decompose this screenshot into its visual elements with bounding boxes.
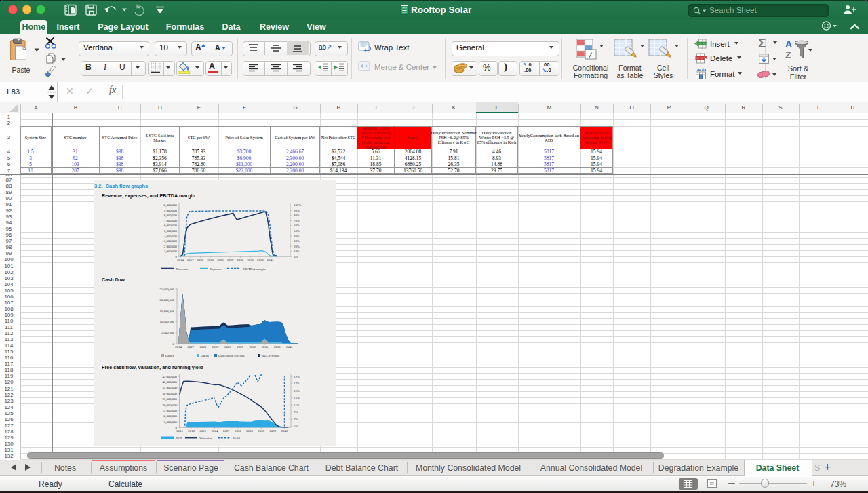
svg-text:2038: 2038 — [257, 258, 264, 262]
svg-text:2014: 2014 — [177, 258, 184, 262]
svg-text:15%: 15% — [294, 389, 300, 393]
svg-text:40%: 40% — [294, 235, 300, 238]
svg-text:2026: 2026 — [224, 345, 231, 349]
svg-text:2029: 2029 — [227, 258, 234, 262]
svg-text:25,000,000: 25,000,000 — [159, 288, 174, 292]
svg-text:20,000,000: 20,000,000 — [162, 403, 177, 408]
svg-text:2036: 2036 — [258, 429, 264, 433]
svg-text:5,000,000: 5,000,000 — [164, 229, 178, 233]
svg-text:9,000,000: 9,000,000 — [164, 209, 178, 213]
svg-text:2017: 2017 — [187, 345, 194, 349]
svg-text:4,000,000: 4,000,000 — [164, 235, 178, 239]
svg-text:7,000,000: 7,000,000 — [164, 219, 178, 223]
svg-text:10,000,000: 10,000,000 — [162, 414, 177, 418]
svg-text:A: A — [785, 39, 792, 50]
svg-text:Yield: Yield — [233, 437, 240, 440]
svg-text:2026: 2026 — [217, 258, 224, 262]
svg-text:2023: 2023 — [207, 258, 214, 262]
svg-text:2021: 2021 — [200, 429, 207, 433]
svg-text:REC revenue: REC revenue — [262, 354, 281, 357]
svg-text:5%: 5% — [294, 425, 298, 428]
svg-text:100%: 100% — [294, 203, 301, 207]
svg-text:60%: 60% — [294, 224, 300, 227]
svg-text:13%: 13% — [294, 396, 300, 399]
svg-text:0%: 0% — [294, 255, 298, 258]
svg-text:45,000,000: 45,000,000 — [162, 375, 177, 379]
svg-text:2042: 2042 — [281, 429, 288, 433]
svg-text:2,000,000: 2,000,000 — [164, 245, 178, 249]
svg-text:2029: 2029 — [237, 345, 243, 349]
svg-text:0: 0 — [173, 342, 175, 346]
svg-text:90%: 90% — [294, 209, 300, 212]
svg-text:2035: 2035 — [262, 345, 269, 349]
svg-text:EBITDA margin: EBITDA margin — [243, 267, 266, 271]
svg-text:Capex: Capex — [165, 354, 174, 357]
svg-text:≠: ≠ — [589, 50, 593, 60]
svg-text:Z: Z — [785, 50, 791, 60]
svg-text:25,000,000: 25,000,000 — [162, 397, 177, 401]
svg-text:2033: 2033 — [246, 429, 253, 433]
svg-text:O&M: O&M — [201, 354, 210, 357]
svg-text:17%: 17% — [294, 382, 300, 385]
svg-text:2020: 2020 — [200, 345, 207, 349]
svg-text:50%: 50% — [294, 229, 300, 233]
svg-text:1,000,000: 1,000,000 — [164, 250, 178, 254]
svg-text:2023: 2023 — [212, 345, 219, 349]
svg-text:2027: 2027 — [223, 429, 230, 433]
svg-text:10%: 10% — [294, 250, 300, 253]
svg-text:19%: 19% — [294, 375, 300, 378]
svg-text:30%: 30% — [294, 239, 300, 243]
svg-text:2015: 2015 — [176, 429, 183, 433]
svg-text:3,000,000: 3,000,000 — [164, 239, 178, 243]
svg-text:2014: 2014 — [175, 345, 182, 349]
svg-text:7%: 7% — [294, 418, 298, 421]
svg-text:70%: 70% — [294, 219, 300, 222]
svg-text:35,000,000: 35,000,000 — [162, 386, 177, 390]
svg-text:40,000,000: 40,000,000 — [162, 380, 177, 384]
svg-text:2035: 2035 — [247, 258, 254, 262]
svg-text:2041: 2041 — [286, 345, 293, 349]
svg-text:10,000,000: 10,000,000 — [162, 203, 177, 208]
svg-text:11%: 11% — [294, 403, 300, 407]
svg-text:5,000,000: 5,000,000 — [161, 331, 175, 335]
svg-text:2020: 2020 — [197, 258, 204, 262]
svg-text:Revenue: Revenue — [176, 267, 189, 271]
svg-text:2018: 2018 — [188, 429, 195, 433]
svg-text:2030: 2030 — [235, 429, 241, 433]
svg-text:2041: 2041 — [267, 258, 274, 262]
svg-text:FCF: FCF — [176, 437, 182, 440]
svg-text:2024: 2024 — [212, 429, 218, 433]
svg-text:Expenses: Expenses — [210, 267, 222, 271]
svg-text:2032: 2032 — [237, 258, 244, 262]
svg-text:2039: 2039 — [270, 429, 277, 433]
svg-text:2032: 2032 — [249, 345, 256, 349]
svg-text:10,000,000: 10,000,000 — [159, 320, 174, 324]
svg-text:5,000,000: 5,000,000 — [164, 420, 178, 425]
svg-text:9%: 9% — [294, 410, 298, 414]
svg-text:20,000,000: 20,000,000 — [159, 298, 174, 302]
svg-text:Valuation: Valuation — [199, 437, 213, 440]
svg-text:Generation revenue: Generation revenue — [218, 354, 245, 357]
svg-text:15,000,000: 15,000,000 — [159, 309, 174, 313]
svg-text:30,000,000: 30,000,000 — [162, 392, 177, 396]
svg-text:8,000,000: 8,000,000 — [164, 214, 178, 218]
svg-text:2017: 2017 — [187, 258, 194, 262]
svg-text:80%: 80% — [294, 214, 300, 217]
svg-text:15,000,000: 15,000,000 — [162, 409, 177, 413]
svg-text:20%: 20% — [294, 245, 300, 248]
svg-text:6,000,000: 6,000,000 — [164, 224, 178, 228]
svg-text:2038: 2038 — [274, 345, 281, 349]
